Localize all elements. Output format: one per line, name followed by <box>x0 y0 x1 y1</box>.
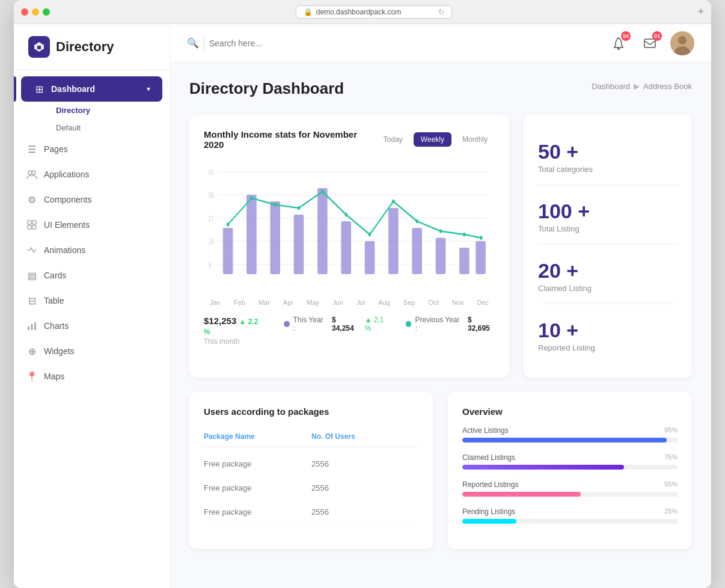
packages-title: Users according to packages <box>204 406 419 417</box>
cards-label: Cards <box>44 271 66 280</box>
svg-rect-7 <box>28 326 29 330</box>
col-users: No. Of Users <box>311 432 419 441</box>
row2-users: 2556 <box>311 483 419 492</box>
dashboard-grid: Monthly Income stats for November 2020 T… <box>189 115 692 378</box>
month-feb: Feb <box>234 299 245 306</box>
progress-fill-pending <box>462 519 516 524</box>
svg-point-1 <box>28 171 32 174</box>
chart-card: Monthly Income stats for November 2020 T… <box>189 115 509 378</box>
month-oct: Oct <box>429 299 439 306</box>
pages-label: Pages <box>44 144 68 154</box>
refresh-icon[interactable]: ↻ <box>438 8 444 16</box>
svg-text:36: 36 <box>209 192 214 200</box>
overview-pending-listings: Pending Listings 25% <box>462 507 678 524</box>
sidebar-item-charts[interactable]: Charts <box>14 313 170 338</box>
svg-rect-31 <box>365 241 375 274</box>
page-title-area: Directory Dashboard <box>189 79 344 98</box>
svg-rect-8 <box>31 324 33 330</box>
stat-number-listing: 100 + <box>538 200 678 223</box>
stat-label-categories: Total categories <box>538 165 678 174</box>
month-apr: Apr <box>283 299 293 306</box>
sidebar-item-maps[interactable]: 📍 Maps <box>14 364 170 389</box>
filter-monthly[interactable]: Monthly <box>455 132 495 147</box>
legend-prev-year: Previous Year : $ 32,695 <box>406 316 495 332</box>
topbar-right: 04 01 <box>608 31 694 55</box>
stat-label-listing: Total Listing <box>538 224 678 233</box>
row1-name: Free package <box>204 459 311 468</box>
svg-text:45: 45 <box>209 169 214 177</box>
avatar[interactable] <box>670 31 694 55</box>
month-dec: Dec <box>477 299 489 306</box>
overview-label-row: Reported Listings 55% <box>462 480 678 489</box>
sidebar-item-ui-elements[interactable]: UI Elements <box>14 212 170 237</box>
svg-point-42 <box>344 213 347 217</box>
sidebar-item-table[interactable]: ⊟ Table <box>14 288 170 313</box>
this-year-dot <box>284 321 290 327</box>
table-header: Package Name No. Of Users <box>204 426 419 447</box>
overview-reported-listings: Reported Listings 55% <box>462 480 678 497</box>
svg-rect-33 <box>412 228 422 274</box>
chart-footer: $12,253 ▲ 2.2 % This month This Year : $… <box>204 316 495 346</box>
components-label: Components <box>44 195 91 204</box>
filter-today[interactable]: Today <box>376 132 410 147</box>
overview-active-listings: Active Listings 95% <box>462 426 678 443</box>
submenu-directory[interactable]: Directory <box>46 102 170 119</box>
sidebar-item-cards[interactable]: ▤ Cards <box>14 263 170 288</box>
sidebar-item-widgets[interactable]: ⊕ Widgets <box>14 338 170 364</box>
bottom-grid: Users according to packages Package Name… <box>189 392 692 549</box>
stat-number-reported: 10 + <box>538 319 678 342</box>
svg-rect-27 <box>270 201 280 274</box>
overview-label-row: Pending Listings 25% <box>462 507 678 516</box>
svg-point-13 <box>678 36 687 44</box>
filter-weekly[interactable]: Weekly <box>414 132 451 147</box>
overview-claimed-listings: Claimed Listings 75% <box>462 453 678 470</box>
minimize-button[interactable] <box>32 8 39 16</box>
overview-reported-label: Reported Listings <box>462 480 518 489</box>
svg-rect-29 <box>317 188 328 274</box>
submenu-default[interactable]: Default <box>46 119 170 136</box>
search-divider <box>204 37 204 50</box>
overview-claimed-label: Claimed Listings <box>462 453 515 462</box>
svg-point-38 <box>250 196 253 200</box>
overview-active-label: Active Listings <box>462 426 509 435</box>
maximize-button[interactable] <box>43 8 50 16</box>
sidebar-item-animations[interactable]: Animations <box>14 237 170 263</box>
new-tab-button[interactable]: + <box>697 5 704 18</box>
legend-this-year: This Year : $ 34,254 ▲ 2.1 % <box>284 316 391 332</box>
content-area: Directory Dashboard Dashboard ▶ Address … <box>170 63 711 588</box>
url-bar[interactable]: 🔒 demo.dashboardpack.com ↻ <box>296 5 452 19</box>
svg-rect-0 <box>37 46 41 49</box>
sidebar-item-components[interactable]: ⚙ Components <box>14 187 170 212</box>
url-area: 🔒 demo.dashboardpack.com ↻ <box>50 5 697 19</box>
table-label: Table <box>44 296 64 305</box>
row1-users: 2556 <box>311 459 419 468</box>
table-icon: ⊟ <box>26 295 38 307</box>
month-nov: Nov <box>452 299 464 306</box>
row2-name: Free package <box>204 483 311 492</box>
month-jul: Jul <box>356 299 365 306</box>
month-may: May <box>307 299 319 306</box>
applications-icon <box>26 168 38 180</box>
close-button[interactable] <box>21 8 28 16</box>
notification-badge: 04 <box>621 31 631 41</box>
progress-bar-reported <box>462 492 678 497</box>
svg-point-37 <box>227 222 230 227</box>
messages-button[interactable]: 01 <box>639 32 661 54</box>
svg-point-44 <box>392 200 395 204</box>
svg-point-46 <box>439 229 442 233</box>
maps-label: Maps <box>44 372 64 381</box>
this-month-value: $12,253 ▲ 2.2 % <box>204 316 265 336</box>
breadcrumb: Dashboard ▶ Address Book <box>592 82 692 91</box>
svg-rect-30 <box>341 221 351 274</box>
sidebar-item-dashboard[interactable]: ⊞ Dashboard ▾ <box>21 76 162 102</box>
svg-point-41 <box>321 189 324 194</box>
stats-panel: 50 + Total categories 100 + Total Listin… <box>524 115 692 378</box>
prev-year-dot <box>406 321 412 327</box>
charts-label: Charts <box>44 321 69 331</box>
search-input[interactable] <box>209 38 341 48</box>
sidebar-item-applications[interactable]: Applications <box>14 162 170 187</box>
stat-total-categories: 50 + Total categories <box>538 129 678 185</box>
notifications-button[interactable]: 04 <box>608 32 629 54</box>
stat-label-claimed: Claimed Listing <box>538 284 678 293</box>
sidebar-item-pages[interactable]: ☰ Pages <box>14 136 170 162</box>
